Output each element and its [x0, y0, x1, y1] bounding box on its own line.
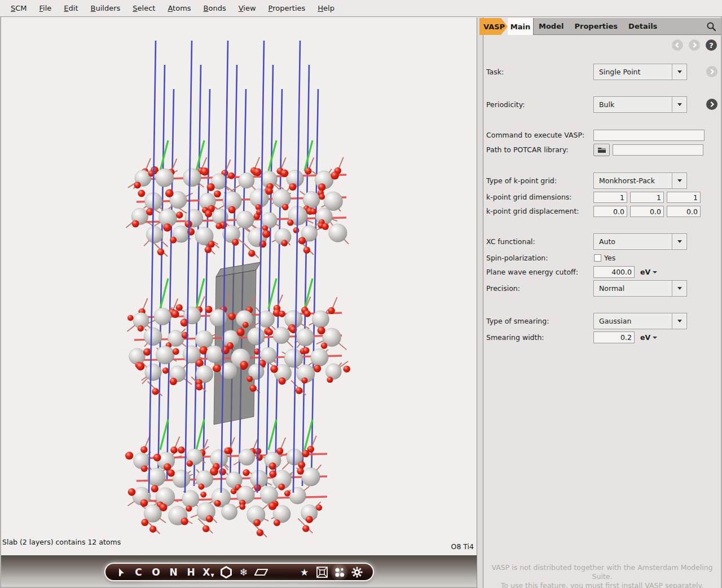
- element-c-button[interactable]: C: [130, 564, 147, 580]
- potcar-input[interactable]: [613, 144, 703, 156]
- xc-dropdown[interactable]: Auto: [593, 233, 687, 250]
- tab-details[interactable]: Details: [628, 22, 657, 30]
- plane-tool-icon[interactable]: [252, 564, 270, 580]
- task-dropdown[interactable]: Single Point: [593, 64, 687, 80]
- forward-button[interactable]: [689, 39, 700, 51]
- precision-label: Precision:: [486, 284, 520, 293]
- kgrid-disp-y-input[interactable]: [630, 206, 664, 217]
- cutoff-label: Plane wave energy cutoff:: [486, 268, 578, 277]
- periodicity-detail-button[interactable]: [706, 99, 717, 110]
- molecule-scene[interactable]: [1, 17, 477, 555]
- viewer-bottom-strip: CONHX▼❄★: [1, 555, 477, 587]
- element-h-button[interactable]: H: [182, 564, 200, 580]
- menu-help[interactable]: Help: [311, 2, 341, 14]
- menu-builders[interactable]: Builders: [85, 2, 127, 14]
- periodicity-dropdown[interactable]: Bulk: [593, 96, 687, 113]
- smear-width-input[interactable]: [593, 331, 635, 343]
- menu-edit[interactable]: Edit: [58, 2, 84, 14]
- formula-text: O8 Ti4: [417, 542, 474, 551]
- dropdown-arrow-icon: [672, 64, 686, 79]
- cutoff-unit-selector[interactable]: eV: [640, 268, 657, 276]
- smear-width-label: Smearing width:: [486, 333, 544, 342]
- command-label: Command to execute VASP:: [486, 131, 584, 140]
- menu-view[interactable]: View: [232, 2, 262, 14]
- spin-label: Spin-polarization:: [486, 254, 548, 263]
- back-button[interactable]: [672, 39, 683, 51]
- ring-tool-icon[interactable]: [217, 564, 235, 580]
- kgrid-dim-z-input[interactable]: [667, 192, 701, 203]
- kgrid-dims-label: k-point grid dimensions:: [486, 193, 572, 202]
- menu-file[interactable]: File: [33, 2, 58, 14]
- dropdown-arrow-icon: [672, 173, 686, 188]
- molecule-viewer[interactable]: [1, 17, 477, 555]
- precision-dropdown[interactable]: Normal: [593, 280, 687, 297]
- menu-bonds[interactable]: Bonds: [197, 2, 232, 14]
- command-input[interactable]: [593, 130, 705, 141]
- tab-properties[interactable]: Properties: [574, 22, 618, 30]
- kgrid-disp-x-input[interactable]: [593, 206, 627, 217]
- tab-strip: Model Properties Details: [533, 18, 721, 35]
- periodicity-label: Periodicity:: [486, 100, 525, 109]
- potcar-label: Path to POTCAR library:: [486, 145, 569, 154]
- vasp-disclaimer: VASP is not distributed together with th…: [483, 563, 721, 588]
- element-o-button[interactable]: O: [147, 564, 165, 580]
- folder-icon: [597, 147, 606, 153]
- tab-main[interactable]: Main: [508, 18, 533, 35]
- vasp-product-badge[interactable]: VASP: [479, 18, 508, 35]
- cutoff-input[interactable]: [593, 266, 635, 278]
- settings-button-icon[interactable]: [348, 564, 366, 580]
- menu-properties[interactable]: Properties: [262, 2, 312, 14]
- task-label: Task:: [486, 68, 504, 77]
- dropdown-arrow-icon: [672, 281, 686, 296]
- dropdown-arrow-icon: [672, 97, 686, 112]
- element-x-button[interactable]: X▼: [200, 564, 217, 580]
- kgrid-disp-z-input[interactable]: [667, 206, 701, 217]
- builder-toolbar: CONHX▼❄★: [104, 563, 374, 581]
- smearing-label: Type of smearing:: [486, 317, 549, 326]
- menu-select[interactable]: Select: [126, 2, 161, 14]
- status-text: Slab (2 layers) contains 12 atoms: [2, 538, 121, 546]
- spin-checkbox-label: Yes: [604, 254, 615, 262]
- freeze-tool[interactable]: ❄: [235, 564, 252, 580]
- search-icon[interactable]: [706, 21, 716, 32]
- dropdown-arrow-icon: [672, 234, 686, 249]
- browse-folder-button[interactable]: [593, 144, 610, 156]
- cell-view-button-icon[interactable]: [313, 564, 331, 580]
- atom-info-button-icon[interactable]: [331, 564, 348, 580]
- kgrid-type-dropdown[interactable]: Monkhorst-Pack: [593, 173, 687, 189]
- task-detail-button[interactable]: [706, 66, 717, 77]
- smearing-dropdown[interactable]: Gaussian: [593, 313, 687, 329]
- menubar: SCMFileEditBuildersSelectAtomsBondsViewP…: [0, 0, 722, 17]
- kgrid-dim-y-input[interactable]: [630, 192, 664, 203]
- kgrid-dim-x-input[interactable]: [593, 192, 627, 203]
- kgrid-disp-label: k-point grid displacement:: [486, 207, 579, 216]
- pointer-tool-icon[interactable]: [112, 564, 130, 580]
- tab-model[interactable]: Model: [539, 22, 563, 30]
- help-button[interactable]: ?: [706, 39, 717, 51]
- smear-width-unit-selector[interactable]: eV: [640, 333, 657, 342]
- menu-atoms[interactable]: Atoms: [161, 2, 197, 14]
- xc-label: XC functional:: [486, 237, 535, 246]
- panel-tabbar: VASP Main Model Properties Details: [478, 18, 721, 35]
- menu-scm[interactable]: SCM: [5, 2, 33, 14]
- app-window: SCMFileEditBuildersSelectAtomsBondsViewP…: [0, 0, 722, 588]
- element-n-button[interactable]: N: [165, 564, 182, 580]
- dropdown-arrow-icon: [672, 313, 686, 329]
- favorites-button[interactable]: ★: [296, 564, 313, 580]
- kgrid-type-label: Type of k-point grid:: [486, 176, 557, 185]
- spin-checkbox[interactable]: [594, 254, 601, 262]
- pane-sash[interactable]: [477, 17, 483, 588]
